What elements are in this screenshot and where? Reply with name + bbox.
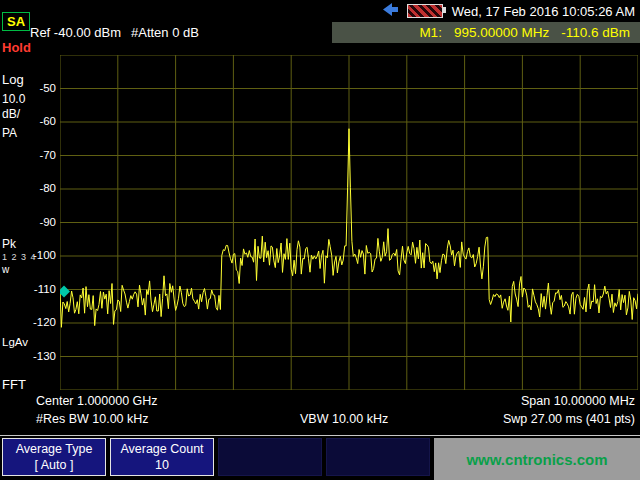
attenuation: #Atten 0 dB: [131, 25, 199, 40]
watermark-text: www.cntronics.com: [466, 451, 607, 468]
y-axis-label: -110: [24, 283, 56, 295]
watermark-panel: www.cntronics.com: [434, 438, 640, 480]
marker-readout: M1: 995.00000 MHz -110.6 dBm: [332, 22, 640, 43]
span: Span 10.00000 MHz: [521, 394, 635, 408]
detector-annunciator: w: [2, 264, 9, 275]
res-bw: #Res BW 10.00 kHz: [36, 412, 149, 426]
softkey-average-type[interactable]: Average Type [ Auto ]: [2, 438, 106, 476]
peak-annunciator: Pk: [2, 237, 16, 251]
marker-m1-diamond: [60, 286, 70, 298]
y-axis-label: -60: [24, 115, 56, 127]
battery-icon: [407, 4, 443, 18]
center-frequency: Center 1.000000 GHz: [36, 394, 158, 408]
softkey-separator: [0, 435, 640, 436]
spectrum-analyzer-screen: Wed, 17 Feb 2016 10:05:26 AM Ref -40.00 …: [0, 0, 640, 480]
settings-bar: Ref -40.00 dBm #Atten 0 dB M1: 995.00000…: [0, 22, 640, 44]
video-bw: VBW 10.00 kHz: [300, 412, 388, 426]
y-axis-label: -70: [24, 149, 56, 161]
ref-level: Ref -40.00 dBm: [30, 25, 121, 40]
date-time: Wed, 17 Feb 2016 10:05:26 AM: [452, 4, 635, 19]
y-axis-label: -50: [24, 82, 56, 94]
scale-type-annunciator: Log: [2, 72, 24, 87]
y-axis-label: -80: [24, 182, 56, 194]
scale-value: 10.0: [2, 92, 25, 106]
softkey-blank-2[interactable]: [326, 438, 430, 476]
cursor-icon: [383, 2, 398, 20]
marker-frequency: 995.00000 MHz: [454, 25, 549, 40]
average-type-annunciator: LgAv: [2, 336, 28, 348]
hold-annunciator: Hold: [2, 40, 31, 55]
softkey-bar: Average Type [ Auto ] Average Count 10 w…: [0, 438, 640, 480]
scale-unit: dB/: [2, 107, 20, 121]
y-axis-label: -90: [24, 216, 56, 228]
sweep-time: Swp 27.00 ms (401 pts): [503, 412, 635, 426]
sweep-annotations: Center 1.000000 GHz Span 10.00000 MHz #R…: [0, 390, 640, 434]
marker-level: -110.6 dBm: [561, 25, 630, 40]
graticule-grid: [60, 55, 638, 390]
marker-label: M1:: [419, 25, 442, 40]
mode-annunciator: SA: [2, 12, 30, 31]
preamp-annunciator: PA: [2, 126, 17, 140]
softkey-average-count[interactable]: Average Count 10: [110, 438, 214, 476]
softkey-blank-1[interactable]: [218, 438, 322, 476]
battery-nub: [443, 7, 446, 13]
y-axis-label: -100: [24, 249, 56, 261]
y-axis-label: -130: [24, 350, 56, 362]
spectrum-plot: [60, 55, 638, 390]
y-axis-label: -120: [24, 316, 56, 328]
status-bar: Wed, 17 Feb 2016 10:05:26 AM: [0, 0, 640, 22]
